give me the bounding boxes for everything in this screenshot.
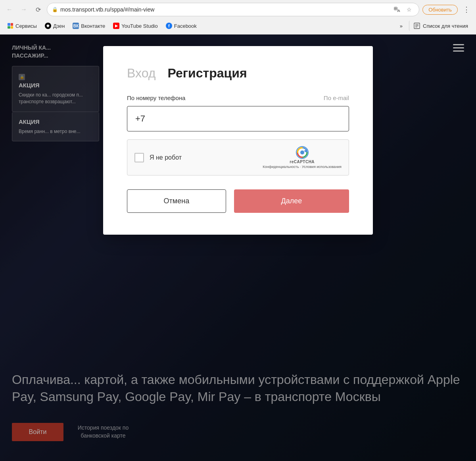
phone-input[interactable]: [135, 114, 341, 124]
browser-menu-button[interactable]: ⋮: [461, 4, 472, 15]
modal-actions: Отмена Далее: [127, 189, 349, 213]
bookmark-services[interactable]: Сервисы: [4, 21, 40, 31]
bookmarks-more-button[interactable]: »: [397, 21, 406, 31]
bookmarks-bar: Сервисы Дзен ВК Вконтакте ▶ YouTube Stud…: [0, 19, 476, 34]
update-button[interactable]: Обновить: [422, 5, 458, 15]
method-email-tab[interactable]: По e-mail: [324, 95, 349, 101]
browser-chrome: ← → ⟳ 🔒 ☆ Обновить: [0, 0, 476, 35]
bookmark-youtube-studio[interactable]: ▶ YouTube Studio: [110, 21, 161, 31]
reload-button[interactable]: ⟳: [33, 4, 44, 15]
browser-toolbar: ← → ⟳ 🔒 ☆ Обновить: [0, 0, 476, 19]
cancel-button[interactable]: Отмена: [127, 189, 226, 213]
reading-list-label: Список для чтения: [423, 23, 468, 29]
bookmark-star-icon[interactable]: ☆: [404, 4, 414, 15]
reading-list-icon: [413, 22, 420, 29]
page-background: ЛИЧНЫЙ КА... ПАССАЖИР... 🔒 АКЦИЯ Скидки …: [0, 34, 476, 461]
recaptcha-left: Я не робот: [134, 153, 182, 162]
bookmark-dzen[interactable]: Дзен: [42, 21, 68, 31]
bookmark-facebook-label: Facebook: [174, 23, 197, 29]
address-icons: ☆: [392, 4, 414, 15]
bookmark-vkontakte-label: Вконтакте: [81, 23, 105, 29]
bookmark-services-label: Сервисы: [15, 23, 37, 29]
modal-overlay: Вход Регистрация По номеру телефона По e…: [0, 34, 476, 461]
recaptcha-links[interactable]: Конфиденциальность · Условия использован…: [263, 165, 342, 169]
lock-icon: 🔒: [52, 7, 58, 12]
forward-button[interactable]: →: [18, 4, 29, 15]
translate-icon[interactable]: [392, 4, 402, 15]
tab-login[interactable]: Вход: [127, 66, 155, 81]
next-button[interactable]: Далее: [234, 189, 349, 213]
recaptcha-checkbox[interactable]: [134, 153, 144, 162]
recaptcha-label: Я не робот: [150, 154, 182, 161]
facebook-icon: f: [166, 23, 172, 29]
svg-point-9: [300, 150, 304, 154]
bookmark-vkontakte[interactable]: ВК Вконтакте: [69, 21, 108, 31]
recaptcha-widget: Я не робот reCAPTCHA Конфиденциальность …: [127, 139, 349, 176]
address-bar: 🔒 ☆: [47, 3, 419, 16]
form-method-tabs: По номеру телефона По e-mail: [127, 95, 349, 101]
vk-icon: ВК: [73, 23, 79, 29]
registration-modal: Вход Регистрация По номеру телефона По e…: [103, 46, 373, 235]
google-grid-icon: [7, 23, 13, 29]
url-input[interactable]: [60, 6, 390, 13]
recaptcha-brand-label: reCAPTCHA: [290, 160, 315, 164]
modal-tabs: Вход Регистрация: [127, 66, 349, 81]
reading-list-button[interactable]: Список для чтения: [409, 21, 472, 31]
tab-register[interactable]: Регистрация: [167, 66, 247, 81]
recaptcha-right: reCAPTCHA Конфиденциальность · Условия и…: [263, 146, 342, 169]
bookmark-facebook[interactable]: f Facebook: [163, 21, 200, 31]
bookmark-dzen-label: Дзен: [53, 23, 65, 29]
bookmark-youtube-label: YouTube Studio: [121, 23, 158, 29]
method-phone-tab[interactable]: По номеру телефона: [127, 95, 185, 101]
youtube-icon: ▶: [113, 23, 119, 29]
phone-input-wrapper: [127, 106, 349, 131]
recaptcha-logo-icon: [296, 146, 309, 159]
back-button[interactable]: ←: [4, 4, 15, 15]
dzen-icon: [45, 23, 51, 29]
